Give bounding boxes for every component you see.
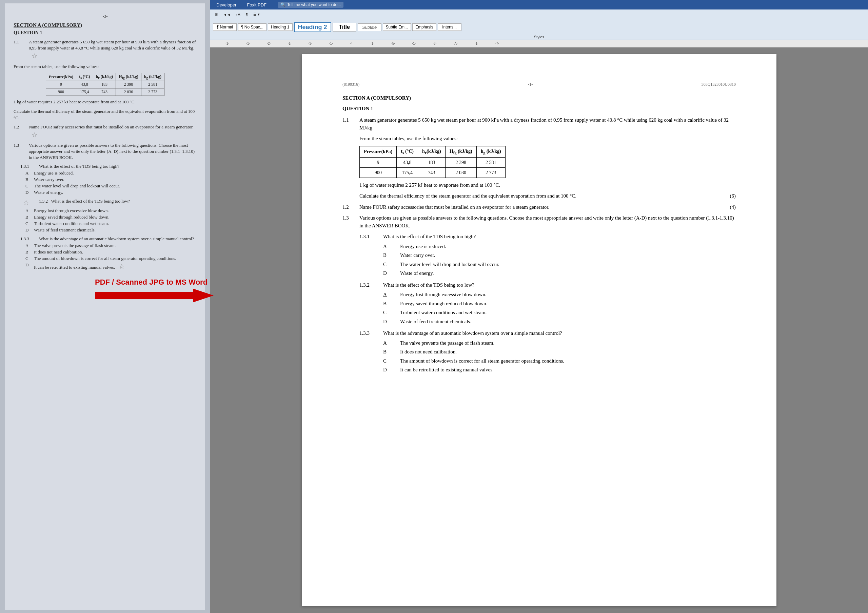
scan-opt-3c: C The amount of blowdown is correct for … [14, 256, 197, 261]
style-no-spacing[interactable]: ¶ No Spac... [238, 23, 267, 31]
page-header-center: -1- [528, 81, 533, 87]
ruler: ·1··1··2··1··3··1··4··1··5··1··6··A··1··… [210, 40, 868, 48]
right-word-panel: Developer Foxit PDF 🔍 Tell me what you w… [210, 0, 868, 613]
star-icon-3: ☆ [23, 198, 29, 207]
scan-question-title: QUESTION 1 [14, 30, 197, 36]
scan-opt-3d: D It can be retrofitted to existing manu… [14, 262, 197, 271]
style-heading2[interactable]: Heading 2 [294, 22, 331, 32]
scan-q1-3-1: 1.3.1 What is the effect of the TDS bein… [14, 164, 197, 169]
word-calculate-indent [343, 192, 360, 200]
word-calculate-text: Calculate the thermal efficiency of the … [360, 192, 736, 200]
ruler-marks: ·1··1··2··1··3··1··4··1··5··1··6··A··1··… [212, 42, 499, 45]
ribbon-btn-multipage[interactable]: ⊞ [213, 11, 219, 17]
word-page: (8190316) -1- 305Q1323010U0810 SECTION A… [302, 54, 777, 606]
word-q1-2-text: Name FOUR safety accessories that must b… [360, 203, 736, 211]
word-q1-3-1-text: What is the effect of the TDS being too … [383, 233, 736, 241]
scan-evaporation-note: 1 kg of water requires 2 257 kJ heat to … [14, 99, 197, 105]
style-title[interactable]: Title [333, 23, 356, 31]
word-evaporation-note: 1 kg of water requires 2 257 kJ heat to … [360, 181, 736, 189]
ribbon-search-box[interactable]: 🔍 Tell me what you want to do... [278, 2, 344, 8]
scan-steam-table: Pressure(kPa) ts (°C) hr (kJ/kg) Hfg (kJ… [46, 73, 164, 96]
style-emphasis[interactable]: Emphasis [412, 23, 436, 31]
scan-q1-3: 1.3 Various options are given as possibl… [14, 142, 197, 161]
word-q1-2-marks: (4) [730, 203, 736, 211]
star-icon-1: ☆ [31, 51, 38, 60]
word-q1-3-3-row: 1.3.3 What is the advantage of an automa… [343, 330, 736, 337]
scan-q1-3-3-num: 1.3.3 [20, 236, 39, 241]
scan-q1-3-2-text: 1.3.2 What is the effect of the TDS bein… [39, 198, 197, 207]
word-steam-table: Pressure(kPa) ts (°C) hr(kJ/kg) Hfg (kJ/… [360, 146, 505, 178]
word-q1-1-num: 1.1 [343, 116, 360, 132]
word-q1-2-row: 1.2 Name FOUR safety accessories that mu… [343, 203, 736, 211]
scan-opt-3a: A The valve prevents the passage of flas… [14, 243, 197, 248]
scan-page-number: -3- [14, 14, 197, 19]
ribbon-tab-developer[interactable]: Developer [214, 2, 239, 8]
word-th-ts: ts (°C) [397, 146, 418, 157]
word-opt-2d: D Waste of feed treatment chemicals. [343, 318, 736, 326]
scan-table-header-hr: hr (kJ/kg) [93, 73, 116, 80]
scan-q1-3-1-num: 1.3.1 [20, 164, 39, 169]
word-opt-1a: A Energy use is reduced. [343, 243, 736, 251]
word-table-row-2: 900175,47432 0302 773 [360, 167, 505, 178]
style-subtle-em[interactable]: Subtle Em... [383, 23, 411, 31]
scan-q1-1: 1.1 A steam generator generates 5 650 kg… [14, 39, 197, 60]
scan-q1-3-2: ☆ 1.3.2 What is the effect of the TDS be… [14, 198, 197, 207]
ribbon-btn-ruler[interactable]: ☲ ▾ [251, 11, 261, 17]
page-header-right: 305Q1323010U0810 [702, 81, 736, 87]
word-th-hg: hg (kJ/kg) [476, 146, 505, 157]
word-q1-3-3-num: 1.3.3 [360, 330, 383, 337]
scan-q1-2: 1.2 Name FOUR safety accessories that mu… [14, 124, 197, 139]
search-icon: 🔍 [281, 2, 285, 7]
scan-opt-2a: A Energy lost through excessive blow dow… [14, 208, 197, 214]
ribbon-tab-foxit[interactable]: Foxit PDF [244, 2, 269, 8]
word-opt-3b: B It does not need calibration. [343, 348, 736, 356]
word-q1-2-num: 1.2 [343, 203, 360, 211]
ribbon-top[interactable]: Developer Foxit PDF 🔍 Tell me what you w… [210, 0, 868, 9]
word-calculate-row: Calculate the thermal efficiency of the … [343, 192, 736, 200]
scan-opt-3b: B It does not need calibration. [14, 249, 197, 255]
word-q1-1-row: 1.1 A steam generator generates 5 650 kg… [343, 116, 736, 132]
word-opt-1d: D Waste of energy. [343, 269, 736, 277]
word-q1-3-1-num: 1.3.1 [360, 233, 383, 241]
left-scan-panel: -3- SECTION A (COMPULSORY) QUESTION 1 1.… [0, 0, 210, 613]
word-opt-2c: C Turbulent water conditions and wet ste… [343, 309, 736, 316]
style-subtitle[interactable]: Subtitle [358, 23, 381, 31]
word-q1-3-2-row: 1.3.2 What is the effect of the TDS bein… [343, 281, 736, 289]
ribbon-btn-pilcrow[interactable]: ¶ [244, 12, 250, 17]
scan-table-header-pressure: Pressure(kPa) [46, 73, 76, 80]
style-normal[interactable]: ¶ Normal [213, 23, 237, 31]
word-th-hr: hr(kJ/kg) [418, 146, 445, 157]
word-q1-3-text: Various options are given as possible an… [360, 214, 736, 229]
scan-table-header-hfg: Hfg (kJ/kg) [116, 73, 141, 80]
word-opt-3a: A The valve prevents the passage of flas… [343, 339, 736, 347]
ribbon-formatting-row: ⊞ ◄◄ ↕A ¶ ☲ ▾ [213, 11, 865, 18]
scan-opt-1d: D Waste of energy. [14, 190, 197, 195]
arrow-overlay: PDF / Scanned JPG to MS Word [95, 278, 224, 305]
scan-section-title: SECTION A (COMPULSORY) [14, 22, 197, 28]
style-intense[interactable]: Intens... [438, 23, 462, 31]
word-table-row-1: 943,81832 3982 581 [360, 157, 505, 167]
page-header-left: (8190316) [343, 81, 360, 87]
scan-opt-2b: B Energy saved through reduced blow down… [14, 215, 197, 220]
word-opt-1b: B Water carry over. [343, 251, 736, 259]
word-th-hfg: Hfg (kJ/kg) [445, 146, 476, 157]
arrow-svg [95, 289, 214, 302]
word-opt-1c: C The water level will drop and lockout … [343, 261, 736, 268]
word-q1-3-1-row: 1.3.1 What is the effect of the TDS bein… [343, 233, 736, 241]
ribbon-btn-arrows[interactable]: ◄◄ [222, 12, 232, 17]
style-heading1[interactable]: Heading 1 [268, 23, 293, 31]
scan-steam-table-intro: From the steam tables, use the following… [14, 63, 197, 70]
scan-opt-2d: D Waste of feed treatment chemicals. [14, 228, 197, 233]
scan-page: -3- SECTION A (COMPULSORY) QUESTION 1 1.… [5, 3, 205, 610]
scan-calculate-instruction: Calculate the thermal efficiency of the … [14, 108, 197, 121]
scan-table-row-1: 943,81832 3982 581 [46, 81, 164, 88]
word-document-area[interactable]: (8190316) -1- 305Q1323010U0810 SECTION A… [210, 48, 868, 613]
scan-opt-1b: B Water carry over. [14, 177, 197, 182]
ribbon-btn-sort[interactable]: ↕A [234, 12, 242, 17]
word-q1-3-3-text: What is the advantage of an automatic bl… [383, 330, 736, 337]
scan-q1-3-2-num: ☆ [20, 198, 39, 207]
scan-q1-3-text: Various options are given as possible an… [29, 142, 197, 161]
word-opt-3c: C The amount of blowdown is correct for … [343, 357, 736, 365]
styles-gallery: ¶ Normal ¶ No Spac... Heading 1 Heading … [213, 18, 865, 35]
scan-q1-3-num: 1.3 [14, 142, 29, 161]
